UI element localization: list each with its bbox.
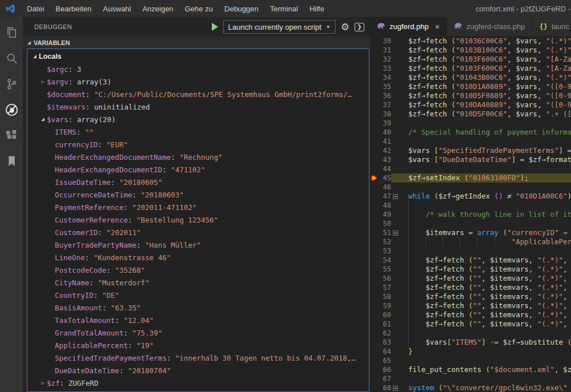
code-line-38[interactable]: 38 $zf→fetch ("010D5F00C6", $vars, ".+ (… [370, 110, 571, 119]
glyph-margin[interactable] [370, 137, 377, 146]
glyph-margin[interactable] [370, 64, 377, 73]
glyph-margin[interactable] [370, 146, 377, 155]
variable-row-OccurrenceDateTime[interactable]: OccurrenceDateTime: "20180603" [27, 188, 369, 201]
glyph-margin[interactable] [370, 374, 377, 383]
glyph-margin[interactable] [370, 338, 377, 347]
menu-item-debuggen[interactable]: Debuggen [219, 0, 264, 17]
code-line-53[interactable]: 53 [370, 246, 571, 256]
code-line-42[interactable]: 42 $vars ["SpecifiedTradePaymentTerms"] … [370, 146, 571, 155]
code-line-39[interactable]: 39 [370, 119, 571, 128]
variable-row-CustomerReference[interactable]: CustomerReference: "Bestellung 123456" [27, 213, 369, 226]
code-line-54[interactable]: 54 $zf→fetch ("", $itemvars, "(.*)", " [370, 256, 571, 265]
variable-row-BasisAmount[interactable]: BasisAmount: "63.35" [27, 301, 369, 314]
code-line-51[interactable]: 51 $itemvars = array ("currencyID" ⇒ $va [370, 228, 571, 237]
variable-row-TaxTotalAmount[interactable]: TaxTotalAmount: "12.04" [27, 314, 369, 326]
glyph-margin[interactable] [370, 246, 377, 256]
line-text[interactable] [400, 164, 571, 173]
fold-collapse-icon[interactable] [391, 192, 400, 201]
glyph-margin[interactable] [370, 219, 377, 228]
scope-row-locals[interactable]: Locals [27, 50, 369, 63]
line-text[interactable]: $zf→fetch ("", $itemvars, "(.*)", " [400, 292, 571, 301]
line-text[interactable]: $zf→fetch ("010D5F0889", $vars, "([0-9, [400, 91, 571, 100]
variable-row-CityName[interactable]: CityName: "Musterdorf" [27, 276, 369, 289]
line-text[interactable]: $zf→fetch ("01036C00C6", $vars, "(.*)", … [400, 37, 571, 46]
files-icon[interactable] [4, 25, 19, 40]
search-icon[interactable] [4, 51, 19, 66]
code-line-40[interactable]: 40 /* Special handling of payment inform… [370, 128, 571, 137]
line-text[interactable]: $zf→fetch ("", $itemvars, "(.*)", " [400, 320, 571, 329]
code-line-65[interactable]: 65 [370, 356, 571, 365]
variable-row-DueDateDateTime[interactable]: DueDateDateTime: "20180704" [27, 364, 369, 377]
code-line-46[interactable]: 46 [370, 183, 571, 192]
variable-row-LineOne[interactable]: LineOne: "Kundenstrasse 46" [27, 251, 369, 264]
code-line-31[interactable]: 31 $zf→fetch ("0103B100C6", $vars, "(.*)… [370, 46, 571, 55]
line-text[interactable]: $zf→fetch ("0103B100C6", $vars, "(.*)", … [400, 46, 571, 55]
line-text[interactable] [400, 374, 571, 383]
code-line-66[interactable]: 66 file_put_contents ("$document.xml", $… [370, 365, 571, 374]
configure-gear-button[interactable]: ⚙ [341, 21, 349, 33]
glyph-margin[interactable] [370, 329, 377, 338]
menu-item-gehe-zu[interactable]: Gehe zu [179, 0, 219, 17]
code-line-67[interactable]: 67 [370, 374, 571, 383]
glyph-margin[interactable] [370, 365, 377, 374]
extensions-icon[interactable] [4, 128, 19, 143]
glyph-margin[interactable] [370, 73, 377, 82]
glyph-margin[interactable] [370, 192, 377, 201]
code-line-44[interactable]: 44 [370, 164, 571, 173]
tab-zugferd.php[interactable]: zugferd.php× [370, 17, 447, 36]
glyph-margin[interactable] [370, 356, 377, 365]
variable-row-CountryID[interactable]: CountryID: "DE" [27, 289, 369, 301]
code-line-52[interactable]: 52 "ApplicablePercent [370, 237, 571, 246]
code-line-60[interactable]: 60 $zf→fetch ("", $itemvars, "(.*)", " [370, 310, 571, 320]
variable-row-SpecifiedTradePaymentTerms[interactable]: SpecifiedTradePaymentTerms: "innerhalb 3… [27, 351, 369, 364]
glyph-margin[interactable] [370, 292, 377, 301]
glyph-margin[interactable] [370, 183, 377, 192]
glyph-margin[interactable] [370, 283, 377, 292]
code-line-55[interactable]: 55 $zf→fetch ("", $itemvars, "(.*)", " [370, 265, 571, 274]
breakpoint-current-line-icon[interactable] [370, 173, 377, 183]
code-line-61[interactable]: 61 $zf→fetch ("", $itemvars, "(.*)", " [370, 320, 571, 329]
glyph-margin[interactable] [370, 256, 377, 265]
variables-tree[interactable]: Locals$argc: 3▷$argv: array(3)$document:… [27, 49, 369, 392]
variable-row-HeaderExchangedDocumentName[interactable]: HeaderExchangedDocumentName: "Rechnung" [27, 151, 369, 163]
variable-row-$document[interactable]: $document: "C:/Users/Public/Documents/SP… [27, 88, 369, 100]
line-text[interactable]: $zf→fetch ("", $itemvars, "(.*)", " [400, 301, 571, 310]
code-line-56[interactable]: 56 $zf→fetch ("", $itemvars, "(.*)", " [370, 274, 571, 283]
launch-config-dropdown[interactable]: Launch currently open script ▼ [223, 20, 336, 34]
line-text[interactable]: $vars ["SpecifiedTradePaymentTerms"] = $… [400, 146, 571, 155]
glyph-margin[interactable] [370, 91, 377, 100]
line-text[interactable]: $zf→setIndex ("01063100FD"); [400, 173, 571, 183]
line-text[interactable] [400, 119, 571, 128]
glyph-margin[interactable] [370, 210, 377, 219]
line-text[interactable] [400, 356, 571, 365]
code-line-35[interactable]: 35 $zf→fetch ("010D1A0889", $vars, "([0-… [370, 82, 571, 91]
glyph-margin[interactable] [370, 119, 377, 128]
glyph-margin[interactable] [370, 37, 377, 46]
twisty-expanded-icon[interactable] [39, 118, 47, 121]
code-line-49[interactable]: 49 /* walk through line in list of items [370, 210, 571, 219]
code-line-34[interactable]: 34 $zf→fetch ("01043B00C6", $vars, "(.*)… [370, 73, 571, 82]
line-text[interactable]: $zf→fetch ("", $itemvars, "(.*)", " [400, 256, 571, 265]
line-text[interactable]: $zf→fetch ("", $itemvars, "(.*)", " [400, 283, 571, 292]
variables-section-header[interactable]: VARIABLEN [23, 37, 370, 49]
line-text[interactable]: while ($zf→getIndex () ≠ "010D1A00C6") [400, 192, 571, 201]
tab-launc[interactable]: {}launc [532, 17, 571, 36]
glyph-margin[interactable] [370, 228, 377, 237]
code-line-64[interactable]: 64 } [370, 347, 571, 356]
debug-console-button[interactable]: ❯ [355, 23, 364, 31]
variable-row-BuyerTradePartyName[interactable]: BuyerTradePartyName: "Hans Müller" [27, 239, 369, 251]
line-text[interactable] [400, 219, 571, 228]
glyph-margin[interactable] [370, 347, 377, 356]
line-text[interactable]: "ApplicablePercent [400, 237, 571, 246]
code-line-41[interactable]: 41 [370, 137, 571, 146]
code-line-37[interactable]: 37 $zf→fetch ("010DA40889", $vars, "([0-… [370, 100, 571, 110]
code-line-68[interactable]: 68 system ("\"converter/gpcl6win32.exe\"… [370, 383, 571, 392]
glyph-margin[interactable] [370, 310, 377, 320]
code-editor[interactable]: 30 $zf→fetch ("01036C00C6", $vars, "(.*)… [370, 36, 571, 392]
glyph-margin[interactable] [370, 46, 377, 55]
code-line-32[interactable]: 32 $zf→fetch ("0103F600C6", $vars, "[A-Z… [370, 55, 571, 64]
variable-row-GrandTotalAmount[interactable]: GrandTotalAmount: "75.39" [27, 326, 369, 339]
line-text[interactable] [400, 137, 571, 146]
code-line-57[interactable]: 57 $zf→fetch ("", $itemvars, "(.*)", " [370, 283, 571, 292]
variable-row-HeaderExchangedDocumentID[interactable]: HeaderExchangedDocumentID: "471102" [27, 163, 369, 176]
